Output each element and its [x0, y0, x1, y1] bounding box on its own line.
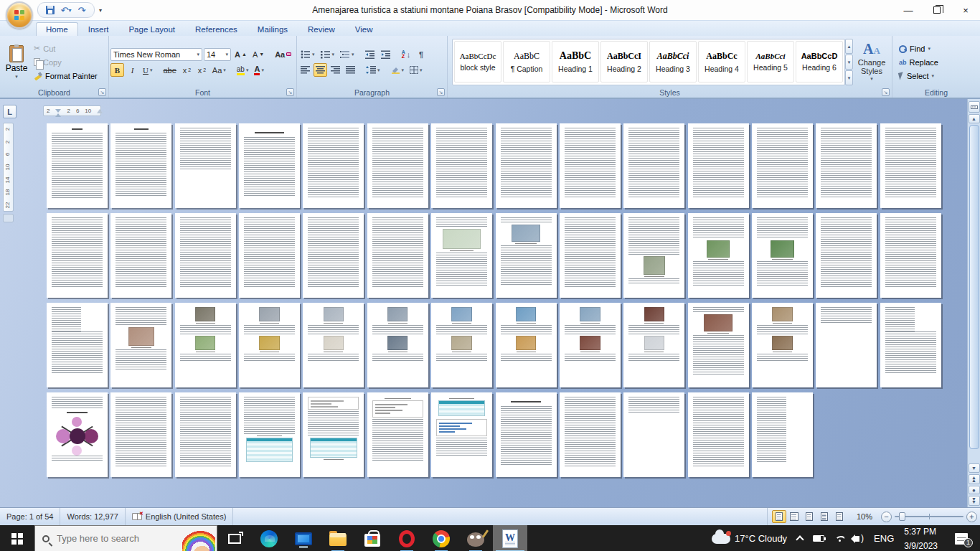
tab-stop-selector[interactable]: L [3, 105, 17, 118]
vertical-ruler[interactable]: 22610141822 [3, 123, 14, 212]
full-screen-reading-view-button[interactable] [787, 510, 801, 523]
page-thumbnail-53[interactable] [688, 392, 749, 477]
page-thumbnail-37[interactable] [560, 303, 621, 387]
horizontal-ruler[interactable]: 22610 [43, 105, 101, 116]
taskbar-app-chrome[interactable] [424, 525, 458, 551]
page-thumbnail-27[interactable] [816, 213, 877, 298]
outline-view-button[interactable] [817, 510, 831, 523]
style-caption[interactable]: AaBbC¶ Caption [503, 41, 550, 83]
page-thumbnail-39[interactable] [688, 303, 749, 387]
minimize-button[interactable]: — [894, 1, 923, 19]
page-thumbnail-7[interactable] [431, 123, 492, 208]
page-thumbnail-14[interactable] [880, 123, 941, 208]
align-left-button[interactable] [298, 63, 312, 77]
subscript-button[interactable]: x2 [180, 63, 194, 77]
start-button[interactable] [0, 525, 34, 551]
page-thumbnail-31[interactable] [175, 303, 236, 387]
tab-page-layout[interactable]: Page Layout [118, 22, 185, 36]
shading-button[interactable]: ▾ [389, 63, 407, 77]
page-thumbnail-18[interactable] [239, 213, 300, 298]
page-thumbnail-9[interactable] [560, 123, 621, 208]
previous-page-button[interactable]: ▲▲ [969, 474, 980, 484]
clear-formatting-button[interactable]: Aa [273, 47, 293, 61]
battery-status[interactable] [808, 525, 829, 551]
font-color-button[interactable]: A▾ [252, 63, 265, 77]
paste-button[interactable]: Paste ▾ [1, 37, 32, 87]
tab-mailings[interactable]: Mailings [248, 22, 298, 36]
style-heading-5[interactable]: AaBbCciHeading 5 [747, 41, 794, 83]
web-layout-view-button[interactable] [802, 510, 816, 523]
right-indent-marker[interactable] [97, 109, 103, 113]
page-thumbnail-35[interactable] [431, 303, 492, 387]
page-thumbnail-34[interactable] [367, 303, 428, 387]
taskbar-app-store[interactable] [355, 525, 390, 551]
page-thumbnail-3[interactable] [175, 123, 236, 208]
page-thumbnail-11[interactable] [688, 123, 749, 208]
bold-button[interactable]: B [110, 63, 124, 77]
page-thumbnail-42[interactable] [880, 303, 941, 387]
page-thumbnail-13[interactable] [816, 123, 877, 208]
clock[interactable]: 5:37 PM 3/9/2023 [899, 525, 943, 551]
align-right-button[interactable] [329, 63, 342, 77]
taskbar-app-file-explorer[interactable] [321, 525, 355, 551]
notification-center-button[interactable]: 1 [943, 525, 980, 551]
taskbar-app-edge[interactable] [252, 525, 286, 551]
search-input[interactable] [57, 533, 164, 544]
page-thumbnail-43[interactable] [47, 392, 108, 477]
change-case-button[interactable]: Aa▾ [210, 63, 228, 77]
page-thumbnail-49[interactable] [431, 392, 492, 477]
scroll-up-button[interactable]: ▲ [969, 114, 980, 123]
page-thumbnail-23[interactable] [560, 213, 621, 298]
task-view-button[interactable] [217, 525, 252, 551]
style-block-style[interactable]: AaBbCcDcblock style [454, 41, 501, 83]
taskbar-app-word[interactable] [493, 525, 527, 551]
styles-more-button[interactable]: ▼ [845, 70, 853, 85]
tab-insert[interactable]: Insert [78, 22, 119, 36]
tray-expand-button[interactable] [792, 525, 808, 551]
font-family-combo[interactable]: Times New Roman▾ [110, 48, 202, 61]
scroll-down-button[interactable]: ▼ [969, 463, 980, 473]
page-thumbnail-6[interactable] [367, 123, 428, 208]
zoom-in-button[interactable]: + [966, 512, 977, 522]
tab-references[interactable]: References [185, 22, 248, 36]
close-button[interactable]: × [951, 1, 980, 19]
word-count[interactable]: Words: 12,977 [60, 508, 125, 525]
page-thumbnail-45[interactable] [175, 392, 236, 477]
scrollbar-track[interactable] [969, 125, 980, 461]
italic-button[interactable]: I [126, 63, 139, 77]
style-heading-2[interactable]: AaBbCcIHeading 2 [600, 41, 648, 83]
numbering-button[interactable]: ▾ [319, 47, 337, 61]
replace-button[interactable]: abReplace [897, 56, 941, 68]
scrollbar-thumb[interactable] [969, 125, 979, 449]
indent-marker[interactable] [55, 109, 61, 113]
style-heading-3[interactable]: AaBbCciHeading 3 [649, 41, 697, 83]
zoom-slider[interactable] [895, 516, 963, 517]
page-thumbnail-50[interactable] [496, 392, 557, 477]
restore-button[interactable] [923, 1, 951, 19]
page-thumbnail-25[interactable] [688, 213, 749, 298]
page-thumbnail-38[interactable] [623, 303, 684, 387]
save-button[interactable] [44, 4, 57, 17]
style-heading-4[interactable]: AaBbCcHeading 4 [698, 41, 745, 83]
network-status[interactable] [829, 525, 849, 551]
page-thumbnail-40[interactable] [752, 303, 813, 387]
page-thumbnail-41[interactable] [816, 303, 877, 387]
taskbar-search[interactable] [34, 525, 217, 551]
page-thumbnail-32[interactable] [239, 303, 300, 387]
font-dialog-launcher[interactable]: ↘ [286, 88, 294, 96]
select-button[interactable]: Select▾ [897, 70, 941, 82]
line-spacing-button[interactable]: ▾ [364, 63, 382, 77]
page-thumbnail-17[interactable] [175, 213, 236, 298]
page-thumbnail-46[interactable] [239, 392, 300, 477]
shrink-font-button[interactable]: A▼ [250, 47, 266, 61]
styles-scroll-down-button[interactable]: ▼ [845, 55, 853, 70]
zoom-out-button[interactable]: − [881, 512, 892, 522]
page-thumbnail-48[interactable] [367, 392, 428, 477]
zoom-level[interactable]: 10% [851, 512, 878, 521]
justify-button[interactable] [344, 63, 357, 77]
copy-button[interactable]: Copy [32, 56, 100, 68]
grow-font-button[interactable]: A▲ [232, 47, 249, 61]
strikethrough-button[interactable]: abe [161, 63, 178, 77]
undo-button[interactable]: ↶▾ [60, 4, 72, 17]
taskbar-app-gimp[interactable] [458, 525, 493, 551]
